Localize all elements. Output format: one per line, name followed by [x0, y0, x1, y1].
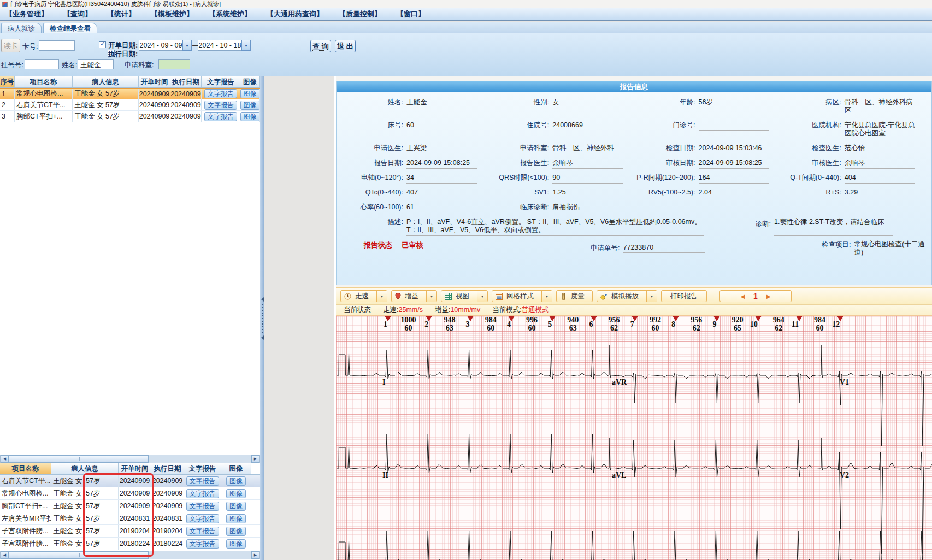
image-button[interactable]: 图像	[226, 489, 246, 498]
text-report-button[interactable]: 文字报告	[204, 101, 237, 110]
field-label: 医院机构:	[780, 121, 845, 129]
image-button[interactable]: 图像	[240, 112, 260, 121]
image-button[interactable]: 图像	[226, 527, 246, 536]
column-header[interactable]: 病人信息	[51, 463, 119, 474]
menu-item[interactable]: 【业务管理】	[5, 9, 48, 19]
panel-splitter[interactable]	[260, 76, 264, 560]
column-header[interactable]: 序号	[0, 76, 15, 87]
chevron-down-icon[interactable]: ▼	[182, 40, 192, 51]
next-page-icon[interactable]: ▶	[766, 293, 771, 299]
scrollbar-thumb[interactable]	[9, 455, 149, 463]
text-report-button[interactable]: 文字报告	[186, 527, 219, 536]
prev-page-icon[interactable]: ◀	[740, 293, 745, 299]
image-button[interactable]: 图像	[240, 101, 260, 110]
beat-marker-number: 12	[832, 320, 841, 329]
chevron-down-icon[interactable]: ▼	[376, 291, 387, 302]
text-report-button[interactable]: 文字报告	[186, 514, 219, 523]
table-cell: 文字报告	[202, 111, 240, 122]
column-header[interactable]: 图像	[240, 76, 260, 87]
image-button[interactable]: 图像	[226, 476, 246, 486]
toolbar-button-label: 模拟播放	[607, 292, 646, 301]
annotation-highlight-box	[83, 473, 154, 557]
read-card-button[interactable]: 读卡	[1, 39, 20, 52]
date-to-value[interactable]: 2024 - 10 - 18	[198, 40, 241, 51]
field-label: 病区:	[780, 98, 845, 107]
menu-item[interactable]: 【大通用药查询】	[267, 9, 323, 19]
dept-input[interactable]	[158, 59, 190, 69]
image-button[interactable]: 图像	[226, 539, 246, 549]
text-report-button[interactable]: 文字报告	[204, 112, 237, 121]
field-value: 2024-09-09 15:08:25	[699, 159, 769, 169]
chevron-down-icon[interactable]: ▼	[646, 291, 657, 302]
gain-button[interactable]: 增益▼	[391, 290, 437, 302]
column-header[interactable]: 项目名称	[15, 76, 73, 87]
image-button[interactable]: 图像	[240, 89, 260, 98]
grid-style-button[interactable]: 网格样式▼	[492, 290, 552, 302]
column-header[interactable]: 开单时间	[139, 76, 170, 87]
chevron-down-icon[interactable]: ▼	[477, 291, 487, 302]
scrollbar-track[interactable]	[149, 551, 251, 559]
horizontal-scrollbar[interactable]: ◀ ▶	[0, 455, 260, 463]
collapse-left-icon[interactable]	[261, 297, 264, 302]
speed-button[interactable]: 走速▼	[340, 290, 387, 302]
order-date-checkbox[interactable]	[99, 41, 106, 48]
exit-button[interactable]: 退 出	[335, 40, 356, 52]
column-header[interactable]: 执行日期	[151, 463, 184, 474]
scroll-right-icon[interactable]: ▶	[251, 551, 259, 559]
scroll-right-icon[interactable]: ▶	[251, 455, 259, 463]
table-cell: 20240909	[151, 487, 184, 499]
tab-patient-visit[interactable]: 病人就诊	[1, 23, 42, 33]
chevron-down-icon[interactable]: ▼	[241, 40, 251, 51]
reg-no-input[interactable]	[25, 59, 59, 69]
image-button[interactable]: 图像	[226, 502, 246, 511]
card-no-input[interactable]	[39, 40, 75, 51]
table-row[interactable]: 1常规心电图检...王能金 女 57岁2024090920240909文字报告图…	[0, 88, 260, 99]
print-report-button[interactable]: 打印报告	[661, 290, 707, 302]
toolbar-button-label: 度量	[567, 292, 592, 301]
menu-item[interactable]: 【质量控制】	[339, 9, 381, 19]
chevron-down-icon[interactable]: ▼	[541, 291, 552, 302]
table-row[interactable]: 3胸部CT平扫+...王能金 女 57岁2024090920240909文字报告…	[0, 111, 260, 122]
column-header[interactable]: 文字报告	[184, 463, 221, 474]
column-header[interactable]: 开单时间	[119, 463, 151, 474]
ecg-waveform-viewer[interactable]: 1234567891011121000609486398460996609406…	[336, 315, 932, 560]
menu-item[interactable]: 【窗口】	[397, 9, 425, 19]
name-input[interactable]: 王能金	[78, 59, 114, 69]
text-report-button[interactable]: 文字报告	[186, 476, 219, 486]
scrollbar-track[interactable]	[149, 455, 251, 463]
field-value: 骨科一区、神经外科病区	[845, 98, 915, 116]
table-cell: 常规心电图检...	[15, 89, 73, 99]
menu-item[interactable]: 【系统维护】	[209, 9, 251, 19]
playback-button[interactable]: 模拟播放▼	[597, 290, 657, 302]
scroll-left-icon[interactable]: ◀	[1, 551, 9, 559]
chevron-down-icon[interactable]: ▼	[426, 291, 436, 302]
image-button[interactable]: 图像	[226, 514, 246, 523]
field-value: 范心怡	[845, 144, 915, 154]
table-cell: 20240909	[170, 111, 202, 122]
beat-marker-number: 3	[466, 320, 471, 329]
beat-marker-number: 1	[384, 320, 389, 329]
date-from-value[interactable]: 2024 - 09 - 09	[139, 40, 182, 51]
column-header[interactable]: 图像	[221, 463, 251, 474]
column-header[interactable]: 文字报告	[202, 76, 240, 87]
query-button[interactable]: 查 询	[310, 40, 331, 52]
menu-item[interactable]: 【模板维护】	[151, 9, 193, 19]
measure-button[interactable]: 度量	[556, 290, 593, 302]
collapse-left-icon[interactable]	[261, 335, 264, 340]
scroll-left-icon[interactable]: ◀	[1, 455, 9, 463]
column-header[interactable]: 项目名称	[0, 463, 51, 474]
view-button[interactable]: 视图▼	[441, 290, 488, 302]
heart-rate-value: 63	[569, 324, 577, 333]
toolbar-button-label: 走速	[351, 292, 376, 301]
table-row[interactable]: 2右肩关节CT平...王能金 女 57岁2024090920240909文字报告…	[0, 99, 260, 111]
text-report-button[interactable]: 文字报告	[204, 89, 237, 98]
text-report-button[interactable]: 文字报告	[186, 489, 219, 498]
column-header[interactable]: 执行日期	[170, 76, 202, 87]
menu-item[interactable]: 【查询】	[63, 9, 92, 19]
column-header[interactable]: 病人信息	[73, 76, 139, 87]
text-report-button[interactable]: 文字报告	[186, 502, 219, 511]
tab-exam-results[interactable]: 检查结果查看	[43, 23, 97, 33]
text-report-button[interactable]: 文字报告	[186, 539, 219, 549]
menu-item[interactable]: 【统计】	[107, 9, 135, 19]
table-cell: 文字报告	[202, 99, 240, 110]
